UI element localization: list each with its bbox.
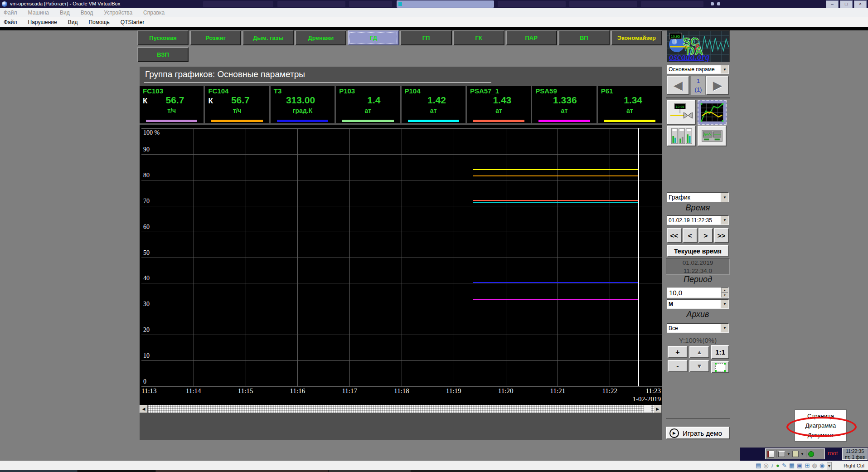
nav-tab[interactable]: Розжиг <box>190 30 241 45</box>
context-menu-item[interactable]: Документ <box>795 430 846 440</box>
trend-tile[interactable]: PSA57_11.43ат <box>467 86 531 123</box>
nav-tab[interactable]: ВП <box>558 30 610 45</box>
current-time-button[interactable]: Текущее время <box>667 245 729 257</box>
maximize-button[interactable]: □ <box>840 0 853 8</box>
chevron-down-icon[interactable]: ▼ <box>721 65 728 73</box>
step-back-button[interactable]: < <box>683 228 698 243</box>
vbox-menu-item[interactable]: Справка <box>143 10 165 16</box>
features-icon[interactable]: ◉ <box>820 462 824 470</box>
context-menu-item[interactable]: Диаграмма <box>795 421 846 430</box>
chevron-down-icon[interactable]: ▼ <box>721 300 728 308</box>
chevron-down-icon[interactable]: ▼ <box>787 452 790 456</box>
next-page-button[interactable]: ▶ <box>706 76 729 95</box>
chevron-down-icon[interactable]: ▼ <box>721 216 728 224</box>
network-icon[interactable]: ● <box>776 462 780 470</box>
scrollbar-thumb[interactable] <box>644 405 651 413</box>
help-book-icon[interactable] <box>767 451 774 457</box>
trend-tile[interactable]: P611.34ат <box>598 86 662 123</box>
trend-view-button[interactable] <box>698 100 727 125</box>
trend-tile[interactable]: P1031.4ат <box>336 86 400 123</box>
marquee-zoom-button[interactable] <box>711 361 729 373</box>
nav-tab[interactable]: ГП <box>400 30 451 45</box>
nav-tab[interactable]: ПАР <box>506 30 557 45</box>
step-forward-fast-button[interactable]: >> <box>714 228 729 243</box>
logo-display-value: 10.95 <box>671 34 680 39</box>
usb-icon[interactable]: ✎ <box>782 462 787 470</box>
contours-view-button[interactable] <box>667 126 696 146</box>
vbox-menu-item[interactable]: Вид <box>60 10 70 16</box>
chart-scrollbar[interactable]: ◀ ▶ <box>140 405 662 413</box>
document-view-button[interactable] <box>698 126 727 146</box>
status-ok-icon[interactable] <box>808 451 814 457</box>
seamless-icon[interactable]: ⊞ <box>805 462 810 470</box>
shared-folders-icon[interactable]: ▦ <box>789 462 795 470</box>
vm-window-titlebar[interactable]: vm-openscada [Работает] - Oracle VM Virt… <box>0 0 868 8</box>
app-menu-item[interactable]: Нарушение <box>28 19 57 25</box>
zoom-in-button[interactable]: + <box>668 346 688 358</box>
one-to-one-button[interactable]: 1:1 <box>711 345 729 359</box>
nav-tab[interactable]: Дренажи <box>295 30 346 45</box>
scroll-left-button[interactable]: ◀ <box>140 405 148 413</box>
shift-down-button[interactable]: ▼ <box>689 360 709 372</box>
vbox-menu-item[interactable]: Ввод <box>81 10 93 16</box>
y-axis-label: 40 <box>143 275 150 282</box>
play-demo-button[interactable]: ▶ Играть демо <box>666 427 730 439</box>
tray-clock[interactable]: 11:22:35 пт, 1 фев <box>842 448 868 460</box>
background-window <box>641 1 703 7</box>
shift-up-button[interactable]: ▲ <box>689 346 709 358</box>
nav-tab[interactable]: Пусковая <box>137 30 189 45</box>
archive-select[interactable]: Все ▼ <box>667 323 729 333</box>
prev-page-button[interactable]: ◀ <box>667 76 689 95</box>
app-menubar: ФайлНарушениеВидПомощьQTStarter <box>0 17 868 27</box>
app-menu-item[interactable]: Файл <box>4 19 17 25</box>
app-menu-item[interactable]: Помощь <box>88 19 109 25</box>
snapshot-icon[interactable] <box>792 451 799 457</box>
zoom-out-button[interactable]: - <box>668 360 688 372</box>
trend-tile[interactable]: FC104К56.7т/ч <box>205 86 269 123</box>
step-forward-button[interactable]: > <box>698 228 713 243</box>
vbox-menu-item[interactable]: Устройства <box>104 10 132 16</box>
tile-prefix: К <box>143 97 147 106</box>
scroll-right-button[interactable]: ▶ <box>654 405 662 413</box>
group-select[interactable]: Основные параме ▼ <box>667 65 729 74</box>
vbox-menu-item[interactable]: Машина <box>28 10 49 16</box>
app-menu-item[interactable]: QTStarter <box>121 19 145 25</box>
audio-icon[interactable]: ♪ <box>771 462 774 470</box>
chevron-down-icon[interactable]: ▼ <box>721 193 728 202</box>
spin-up-icon[interactable]: ▲ <box>721 287 728 292</box>
vbox-menu-item[interactable]: Файл <box>4 10 17 16</box>
trend-tile[interactable]: FC103К56.7т/ч <box>140 86 204 123</box>
display-icon[interactable]: ▣ <box>797 462 802 470</box>
recording-icon[interactable]: ◍ <box>812 462 817 470</box>
hard-disks-icon[interactable]: ▤ <box>756 462 761 470</box>
time-cursor[interactable] <box>638 128 639 386</box>
trend-tile[interactable]: P1041.42ат <box>402 86 466 123</box>
period-units-select[interactable]: М ▼ <box>667 299 729 309</box>
x-axis-label: 11:23 <box>645 387 661 395</box>
virtualbox-menubar: ФайлМашинаВидВводУстройстваСправка <box>0 8 868 17</box>
mnemo-view-button[interactable]: 10.95 <box>667 100 696 125</box>
context-menu-item[interactable]: Страница <box>795 411 846 421</box>
spin-down-icon[interactable]: ▼ <box>721 292 728 297</box>
view-type-select[interactable]: График ▼ <box>667 192 729 202</box>
printer-icon[interactable] <box>778 451 785 457</box>
nav-tab[interactable]: ВЗП <box>137 47 189 62</box>
nav-tab[interactable]: ГД <box>348 30 399 45</box>
minimize-button[interactable]: – <box>826 0 839 8</box>
trend-tile[interactable]: PSA591.336ат <box>532 86 596 123</box>
chevron-down-icon[interactable]: ▼ <box>800 452 804 456</box>
optical-drives-icon[interactable]: ◎ <box>763 462 768 470</box>
nav-tab[interactable]: Дым. газы <box>242 30 294 45</box>
arrow-up-icon: ▲ <box>697 349 703 355</box>
step-back-fast-button[interactable]: << <box>667 228 682 243</box>
nav-tab[interactable]: ГК <box>453 30 504 45</box>
chevron-down-icon[interactable]: ▼ <box>721 324 728 332</box>
trend-chart[interactable]: 100 %908070605040302010011:1311:1411:151… <box>140 125 662 405</box>
close-button[interactable]: × <box>854 0 867 8</box>
scale-mode-icon[interactable]: ▾ <box>827 462 832 470</box>
time-select[interactable]: 01.02.19 11:22:35 ▼ <box>667 215 729 225</box>
trend-tile[interactable]: T3313.00град.К <box>271 86 335 123</box>
nav-tab[interactable]: Экономайзер <box>611 30 662 45</box>
period-spinner[interactable]: 10,0 ▲ ▼ <box>667 287 729 298</box>
app-menu-item[interactable]: Вид <box>68 19 78 25</box>
